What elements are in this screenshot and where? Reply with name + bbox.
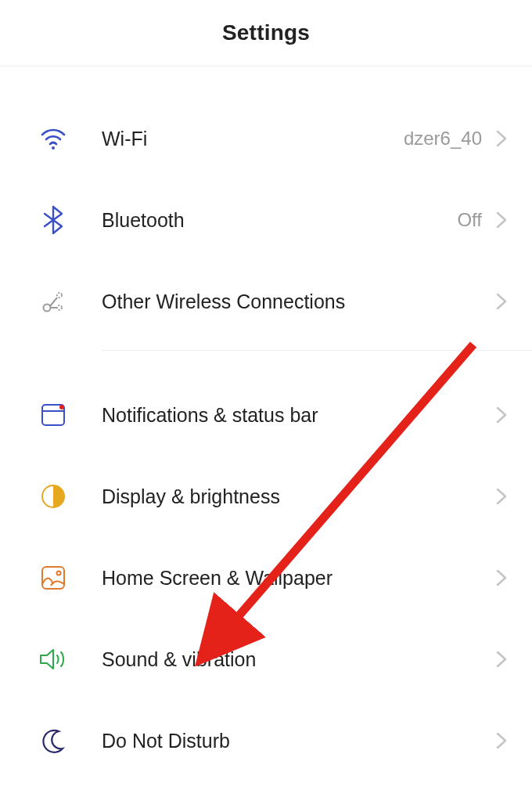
- bluetooth-icon: [36, 203, 70, 237]
- chevron-right-icon: [493, 406, 510, 424]
- settings-item-value: dzer6_40: [404, 128, 482, 150]
- chevron-right-icon: [493, 130, 510, 147]
- settings-item-label: Do Not Disturb: [102, 730, 493, 752]
- chevron-right-icon: [493, 488, 510, 505]
- wallpaper-icon: [36, 561, 70, 595]
- settings-item-sound[interactable]: Sound & vibration: [0, 619, 532, 700]
- chevron-right-icon: [493, 732, 510, 749]
- half-circle-icon: [36, 479, 70, 514]
- moon-icon: [36, 723, 70, 758]
- settings-item-label: Sound & vibration: [102, 648, 493, 671]
- notification-panel-icon: [36, 398, 70, 432]
- sound-icon: [36, 642, 70, 676]
- settings-item-dnd[interactable]: Do Not Disturb: [0, 700, 532, 781]
- chevron-right-icon: [493, 569, 510, 586]
- settings-item-bluetooth[interactable]: Bluetooth Off: [0, 179, 532, 261]
- settings-item-homescreen[interactable]: Home Screen & Wallpaper: [0, 537, 532, 619]
- wifi-icon: [36, 121, 70, 156]
- chevron-right-icon: [493, 293, 510, 310]
- svg-point-0: [52, 146, 55, 150]
- settings-item-label: Bluetooth: [102, 209, 457, 232]
- settings-item-label: Display & brightness: [102, 485, 493, 508]
- settings-item-label: Wi-Fi: [102, 128, 404, 150]
- svg-point-3: [57, 305, 62, 310]
- svg-point-1: [44, 305, 51, 312]
- settings-item-label: Notifications & status bar: [102, 404, 493, 427]
- svg-line-4: [50, 298, 57, 306]
- settings-item-label: Other Wireless Connections: [102, 290, 493, 313]
- settings-item-display[interactable]: Display & brightness: [0, 456, 532, 537]
- divider: [102, 350, 532, 351]
- settings-item-label: Home Screen & Wallpaper: [102, 567, 493, 590]
- chevron-right-icon: [493, 211, 510, 229]
- chevron-right-icon: [493, 651, 510, 668]
- settings-item-wifi[interactable]: Wi-Fi dzer6_40: [0, 98, 532, 179]
- settings-item-notifications[interactable]: Notifications & status bar: [0, 374, 532, 456]
- svg-point-2: [57, 293, 62, 298]
- settings-item-value: Off: [457, 209, 482, 231]
- page-title: Settings: [222, 20, 310, 45]
- share-icon: [36, 284, 70, 319]
- header: Settings: [0, 0, 532, 67]
- svg-point-11: [57, 572, 61, 575]
- svg-rect-10: [42, 567, 64, 589]
- svg-point-8: [59, 405, 64, 409]
- settings-item-other-wireless[interactable]: Other Wireless Connections: [0, 261, 532, 342]
- settings-list: Wi-Fi dzer6_40 Bluetooth Off: [0, 67, 532, 781]
